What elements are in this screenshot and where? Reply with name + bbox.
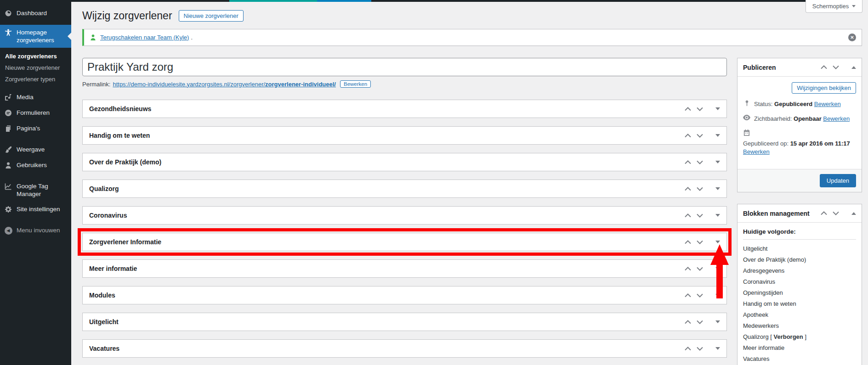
toggle-panel-icon[interactable] — [715, 347, 720, 350]
new-zorgverlener-button[interactable]: Nieuwe zorgverlener — [179, 10, 244, 22]
move-up-icon[interactable] — [684, 266, 692, 271]
toggle-panel-icon[interactable] — [715, 107, 720, 110]
move-down-icon[interactable] — [696, 213, 703, 218]
move-up-icon[interactable] — [684, 346, 692, 351]
switch-back-link[interactable]: Terugschakelen naar Team (Kyle) — [100, 34, 189, 41]
metabox-coronavirus[interactable]: Coronavirus — [82, 206, 727, 225]
move-down-icon[interactable] — [832, 211, 840, 216]
post-title-input[interactable] — [82, 58, 727, 76]
move-down-icon[interactable] — [696, 266, 703, 271]
toggle-panel-icon[interactable] — [715, 241, 720, 243]
block-order-list: Uitgelicht Over de Praktijk (demo) Adres… — [743, 243, 856, 365]
move-down-icon[interactable] — [696, 346, 703, 351]
page-title: Wijzig zorgverlener — [82, 9, 172, 22]
edit-status-link[interactable]: Bewerken — [814, 101, 841, 107]
move-up-icon[interactable] — [684, 107, 692, 112]
sidebar-item-label: Media — [17, 93, 34, 101]
published-on-row: Gepubliceerd op: 15 apr 2016 om 11:17 Be… — [743, 129, 856, 156]
sidebar-item-label: Weergave — [17, 146, 45, 153]
move-up-icon[interactable] — [684, 186, 692, 191]
update-button[interactable]: Updaten — [820, 174, 856, 187]
metabox-modules[interactable]: Modules — [82, 286, 727, 304]
admin-sidebar: Dashboard Homepage zorgverleners Alle zo… — [0, 0, 71, 365]
move-down-icon[interactable] — [696, 133, 703, 138]
toggle-panel-icon[interactable] — [715, 214, 720, 217]
sidebar-subitem-zorgverlener-typen[interactable]: Zorgverlener typen — [0, 73, 71, 85]
dismiss-notice-icon[interactable]: ✕ — [848, 34, 856, 41]
blocks-management-panel: Blokken management Huidige volgorde: Uit… — [737, 204, 862, 365]
move-down-icon[interactable] — [832, 65, 840, 70]
sidebar-item-label: Dashboard — [17, 9, 47, 17]
blocks-panel-header[interactable]: Blokken management — [738, 204, 862, 223]
metabox-zorgverlener-informatie[interactable]: Zorgverlener Informatie — [82, 233, 727, 251]
metabox-qualizorg[interactable]: Qualizorg — [82, 180, 727, 198]
move-down-icon[interactable] — [696, 320, 703, 325]
metabox-vacatures[interactable]: Vacatures — [82, 339, 727, 358]
strip-teal-segment — [229, 0, 317, 2]
list-item: Meer informatie — [743, 343, 856, 354]
list-item: Handig om te weten — [743, 298, 856, 309]
sidebar-item-label: Homepage zorgverleners — [17, 28, 68, 44]
sidebar-item-dashboard[interactable]: Dashboard — [0, 6, 71, 21]
move-up-icon[interactable] — [684, 293, 692, 298]
edit-published-date-link[interactable]: Bewerken — [743, 148, 770, 155]
pin-icon — [743, 100, 750, 107]
move-down-icon[interactable] — [696, 107, 703, 112]
move-up-icon[interactable] — [820, 65, 828, 70]
collapse-menu-icon: ◀ — [4, 226, 12, 235]
chevron-down-icon — [852, 5, 856, 7]
sidebar-item-site-instellingen[interactable]: Site instellingen — [0, 202, 71, 217]
edit-visibility-link[interactable]: Bewerken — [823, 115, 850, 122]
permalink-edit-button[interactable]: Bewerken — [340, 80, 371, 88]
metabox-over-de-praktijk[interactable]: Over de Praktijk (demo) — [82, 153, 727, 171]
publish-panel-header[interactable]: Publiceren — [738, 58, 862, 77]
metabox-gezondheidsnieuws[interactable]: Gezondheidsnieuws — [82, 100, 727, 118]
toggle-panel-icon[interactable] — [851, 66, 856, 69]
chart-line-icon — [4, 182, 12, 191]
metabox-uitgelicht[interactable]: Uitgelicht — [82, 313, 727, 331]
sidebar-item-google-tag-manager[interactable]: Google Tag Manager — [0, 179, 71, 202]
universal-access-icon — [4, 28, 12, 37]
side-column: Publiceren Wijzigingen bekijken — [737, 58, 862, 365]
move-up-icon[interactable] — [684, 320, 692, 325]
move-up-icon[interactable] — [820, 211, 828, 216]
sidebar-item-paginas[interactable]: Pagina's — [0, 121, 71, 136]
status-row: Status: Gepubliceerd Bewerken — [743, 100, 856, 108]
sidebar-item-weergave[interactable]: Weergave — [0, 142, 71, 157]
metabox-list: Gezondheidsnieuws Handig om te weten — [82, 100, 727, 358]
toggle-panel-icon[interactable] — [715, 134, 720, 137]
move-up-icon[interactable] — [684, 240, 692, 245]
toggle-panel-icon[interactable] — [851, 212, 856, 215]
move-down-icon[interactable] — [696, 240, 703, 245]
move-up-icon[interactable] — [684, 213, 692, 218]
move-down-icon[interactable] — [696, 293, 703, 298]
move-up-icon[interactable] — [684, 160, 692, 165]
sidebar-item-formulieren[interactable]: Formulieren — [0, 105, 71, 121]
list-item: Adresgegevens — [743, 265, 856, 276]
dashboard-icon — [4, 9, 12, 17]
permalink-label: Permalink: — [82, 81, 110, 88]
screen-options-button[interactable]: Schermopties — [806, 0, 862, 13]
pages-icon — [4, 124, 12, 133]
toggle-panel-icon[interactable] — [715, 161, 720, 163]
sidebar-subitem-alle-zorgverleners[interactable]: Alle zorgverleners — [0, 51, 71, 62]
metabox-handig-om-te-weten[interactable]: Handig om te weten — [82, 126, 727, 145]
list-item: Qualizorg [ Verborgen ] — [743, 331, 856, 343]
sidebar-item-gebruikers[interactable]: Gebruikers — [0, 157, 71, 173]
metabox-meer-informatie[interactable]: Meer informatie — [82, 259, 727, 278]
sidebar-subitem-nieuwe-zorgverlener[interactable]: Nieuwe zorgverlener — [0, 62, 71, 73]
move-down-icon[interactable] — [696, 160, 703, 165]
permalink-link[interactable]: https://demo-individuelesite.yardzorgsit… — [113, 81, 336, 88]
list-item: Over de Praktijk (demo) — [743, 254, 856, 265]
toggle-panel-icon[interactable] — [715, 187, 720, 190]
user-icon — [4, 161, 12, 169]
sidebar-item-media[interactable]: Media — [0, 90, 71, 105]
preview-changes-button[interactable]: Wijzigingen bekijken — [792, 82, 856, 94]
sidebar-item-homepage-zorgverleners[interactable]: Homepage zorgverleners — [0, 25, 71, 48]
move-down-icon[interactable] — [696, 186, 703, 191]
toggle-panel-icon[interactable] — [715, 320, 720, 323]
move-up-icon[interactable] — [684, 133, 692, 138]
top-loading-strip — [71, 0, 806, 2]
list-item: Medewerkers — [743, 320, 856, 331]
sidebar-item-menu-invouwen[interactable]: ◀ Menu invouwen — [0, 223, 71, 238]
